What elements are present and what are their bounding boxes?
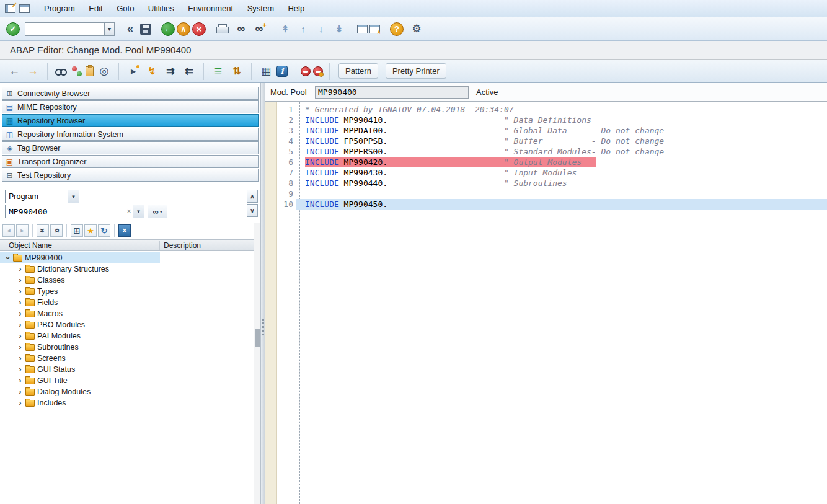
tree-item[interactable]: Dictionary Structures: [0, 263, 160, 275]
code-editor[interactable]: 1 * Generated by IGNATOV 07.04.2018 20:3…: [265, 102, 827, 504]
tree-item[interactable]: Includes: [0, 397, 160, 409]
code-line[interactable]: 6 INCLUDE MP990420. " Output Modules: [277, 157, 827, 167]
tree-back-icon[interactable]: [2, 224, 15, 237]
nav-back-icon[interactable]: [6, 63, 22, 79]
collapse-icon[interactable]: [122, 21, 138, 37]
object-list-icon[interactable]: [210, 63, 226, 79]
code-line[interactable]: 2 INCLUDE MP990410. " Data Definitions: [277, 115, 827, 125]
menu-program[interactable]: Program: [38, 1, 81, 15]
cancel-icon[interactable]: [192, 22, 206, 36]
code-line[interactable]: 3 INCLUDE MPPDAT00. " Global Data - Do n…: [277, 125, 827, 136]
expand-all-icon[interactable]: [37, 224, 49, 237]
expander-icon[interactable]: [16, 399, 24, 407]
combo-arrow-icon[interactable]: [68, 190, 79, 203]
tree-forward-icon[interactable]: [16, 224, 29, 237]
code-line[interactable]: 7 INCLUDE MP990430. " Input Modules: [277, 167, 827, 178]
tree-item[interactable]: Macros: [0, 308, 160, 319]
tree-item[interactable]: Classes: [0, 275, 160, 286]
mod-pool-field[interactable]: [315, 86, 469, 99]
expander-icon[interactable]: [16, 276, 24, 285]
collapse-all-icon[interactable]: [50, 224, 63, 237]
info-icon[interactable]: [276, 66, 288, 77]
tree-item[interactable]: PAI Modules: [0, 330, 160, 342]
expander-icon[interactable]: [16, 265, 24, 273]
help-icon[interactable]: [390, 22, 404, 36]
expander-icon[interactable]: [16, 354, 24, 363]
back-icon[interactable]: [161, 22, 175, 36]
sap-gui-icon[interactable]: [5, 4, 15, 13]
pretty-print-wand-icon[interactable]: [144, 63, 160, 79]
find-next-icon[interactable]: [251, 21, 267, 37]
copy-icon[interactable]: [86, 66, 94, 76]
expander-icon[interactable]: [16, 365, 24, 374]
test-icon[interactable]: [125, 63, 141, 79]
menu-environment[interactable]: Environment: [182, 1, 239, 15]
first-page-icon[interactable]: [277, 21, 293, 37]
expander-icon[interactable]: [16, 287, 24, 296]
tree-root[interactable]: MP990400: [0, 252, 160, 263]
create-shortcut-icon[interactable]: [369, 25, 380, 33]
history-dropdown-icon[interactable]: [133, 205, 144, 218]
breakpoint-icon[interactable]: [301, 66, 311, 76]
browser-tab[interactable]: MIME Repository: [2, 100, 259, 113]
object-type-select[interactable]: Program: [5, 190, 68, 203]
browser-tab[interactable]: Tag Browser: [2, 141, 259, 154]
browser-tab[interactable]: Transport Organizer: [2, 155, 259, 168]
where-used-icon[interactable]: [162, 63, 179, 79]
browser-tab[interactable]: Repository Browser: [2, 114, 259, 127]
expander-icon[interactable]: [16, 321, 24, 329]
expander-icon[interactable]: [16, 298, 24, 307]
find-object-icon[interactable]: [148, 205, 167, 218]
tree-item[interactable]: Screens: [0, 353, 160, 364]
close-browser-icon[interactable]: [118, 224, 131, 237]
external-breakpoint-icon[interactable]: [313, 66, 323, 76]
cmd-dropdown-icon[interactable]: [104, 22, 115, 36]
navigation-icon[interactable]: [181, 63, 197, 79]
menu-system[interactable]: System: [242, 1, 280, 15]
tree-item[interactable]: Types: [0, 286, 160, 297]
browser-tab[interactable]: Repository Information System: [2, 128, 259, 141]
customize-layout-icon[interactable]: [409, 21, 425, 37]
tree-item[interactable]: PBO Modules: [0, 319, 160, 330]
tree-scrollbar[interactable]: [254, 223, 260, 504]
display-change-icon[interactable]: [54, 66, 68, 76]
expander-icon[interactable]: [16, 343, 24, 351]
exit-icon[interactable]: [177, 22, 190, 36]
tree-scrollbar-thumb[interactable]: [255, 329, 260, 347]
tree-item[interactable]: Dialog Modules: [0, 386, 160, 397]
object-name-input[interactable]: [5, 205, 134, 218]
save-icon[interactable]: [140, 24, 151, 35]
expander-icon[interactable]: [16, 376, 24, 385]
expander-icon[interactable]: [4, 254, 12, 262]
browser-tab[interactable]: Connectivity Browser: [2, 87, 259, 100]
browser-tab[interactable]: Test Repository: [2, 169, 259, 182]
tree-item[interactable]: GUI Status: [0, 364, 160, 375]
new-session-icon[interactable]: [357, 25, 368, 33]
expander-icon[interactable]: [16, 387, 24, 396]
menu-help[interactable]: Help: [282, 1, 310, 15]
command-input[interactable]: [25, 22, 104, 36]
tree-item[interactable]: GUI Title: [0, 375, 160, 386]
print-icon[interactable]: [216, 24, 228, 35]
activate-icon[interactable]: [96, 63, 112, 79]
scroll-up-icon[interactable]: [247, 190, 258, 203]
pattern-button[interactable]: Pattern: [338, 63, 378, 79]
window-icon[interactable]: [19, 4, 30, 13]
menu-goto[interactable]: Goto: [111, 1, 139, 15]
expander-icon[interactable]: [16, 332, 24, 340]
find-icon[interactable]: [233, 21, 249, 37]
menu-utilities[interactable]: Utilities: [143, 1, 180, 15]
code-line[interactable]: 5 INCLUDE MPPERS00. " Standard Modules- …: [277, 146, 827, 157]
sort-icon[interactable]: [229, 63, 245, 79]
page-down-icon[interactable]: [313, 21, 329, 37]
edit-object-icon[interactable]: [71, 224, 83, 237]
tree-item[interactable]: Subroutines: [0, 342, 160, 353]
refresh-icon[interactable]: [98, 224, 110, 237]
code-line[interactable]: 1 * Generated by IGNATOV 07.04.2018 20:3…: [277, 104, 827, 115]
tree-item[interactable]: Fields: [0, 297, 160, 308]
favorites-icon[interactable]: [84, 224, 97, 237]
table-view-icon[interactable]: [258, 63, 274, 79]
panel-splitter[interactable]: [260, 83, 265, 504]
scroll-down-icon[interactable]: [247, 204, 258, 217]
enter-icon[interactable]: [6, 22, 20, 36]
